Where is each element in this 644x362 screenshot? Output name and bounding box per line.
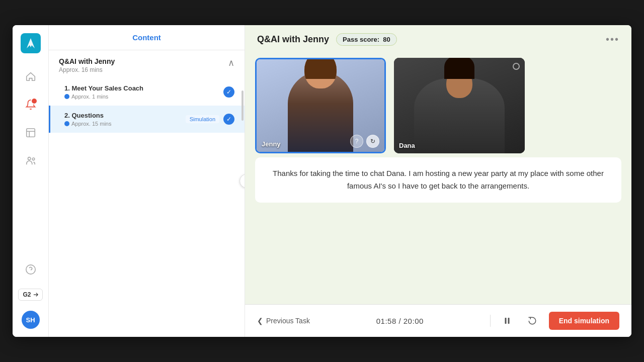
video-section: Jenny ? ↻ (245, 54, 631, 304)
timer-display: 01:58 / 20:00 (376, 317, 424, 325)
svg-rect-9 (508, 318, 509, 324)
content-panel: Content Q&AI with Jenny Approx. 16 mins … (49, 25, 245, 337)
chevron-left-icon: ❮ (257, 317, 263, 325)
recording-indicator (513, 63, 520, 70)
lesson-item-2[interactable]: 2. Questions Approx. 15 mins Simulation … (49, 106, 245, 133)
user-avatar[interactable]: SH (22, 311, 40, 329)
svg-point-5 (28, 157, 31, 160)
logo (21, 33, 41, 53)
simulation-badge: Simulation (186, 115, 219, 123)
module-header: Q&AI with Jenny Approx. 16 mins ∧ (49, 50, 245, 78)
main-area: Q&AI with Jenny Pass score: 80 ••• (245, 25, 631, 337)
sidebar-narrow: G2 SH (13, 25, 49, 337)
svg-rect-8 (505, 318, 506, 324)
jenny-video-card: Jenny ? ↻ (255, 58, 386, 153)
content-header: Content (49, 25, 245, 50)
jenny-help-button[interactable]: ? (350, 135, 363, 148)
team-icon[interactable] (22, 152, 40, 170)
jenny-reload-button[interactable]: ↻ (366, 135, 379, 148)
divider (490, 315, 491, 327)
end-simulation-button[interactable]: End simulation (549, 312, 619, 330)
lesson-complete-1: ✓ (223, 86, 234, 98)
lesson-title-2: 2. Questions (64, 112, 186, 119)
pause-button[interactable] (499, 312, 516, 329)
scrollbar (242, 90, 244, 121)
previous-task-button[interactable]: ❮ Previous Task (257, 317, 310, 325)
bottom-controls: ❮ Previous Task 01:58 / 20:00 (245, 304, 631, 337)
dot-icon-2 (64, 121, 69, 126)
restart-button[interactable] (524, 312, 541, 329)
content-icon[interactable] (22, 124, 40, 142)
jenny-label: Jenny (262, 140, 281, 148)
module-title: Q&AI with Jenny (59, 57, 115, 65)
help-icon[interactable] (22, 260, 40, 279)
page-title: Q&AI with Jenny (257, 34, 329, 45)
video-row: Jenny ? ↻ (255, 54, 621, 157)
more-options-button[interactable]: ••• (606, 34, 619, 45)
svg-point-6 (32, 158, 35, 160)
dialog-box: Thanks for taking the time to chat Dana.… (255, 157, 621, 203)
module-duration: Approx. 16 mins (59, 66, 115, 73)
content-list: Q&AI with Jenny Approx. 16 mins ∧ 1. Mee… (49, 50, 245, 337)
dana-label: Dana (399, 142, 415, 149)
pass-score-badge: Pass score: 80 (336, 33, 397, 46)
lesson-duration-2: Approx. 15 mins (64, 121, 186, 127)
svg-point-7 (26, 265, 35, 274)
lesson-item-1[interactable]: 1. Meet Your Sales Coach Approx. 1 mins … (49, 78, 245, 106)
home-icon[interactable] (22, 67, 40, 85)
collapse-module-button[interactable]: ∧ (228, 57, 234, 68)
dot-icon-1 (64, 94, 69, 99)
jenny-video-controls: ? ↻ (350, 135, 379, 148)
lesson-complete-2: ✓ (223, 114, 234, 125)
main-header: Q&AI with Jenny Pass score: 80 ••• (245, 25, 631, 54)
lesson-title-1: 1. Meet Your Sales Coach (64, 84, 223, 92)
svg-rect-2 (26, 129, 35, 137)
lesson-duration-1: Approx. 1 mins (64, 94, 223, 100)
notifications-icon[interactable] (22, 96, 40, 114)
g2-button[interactable]: G2 (18, 289, 42, 301)
dana-video-card: Dana (394, 58, 525, 153)
